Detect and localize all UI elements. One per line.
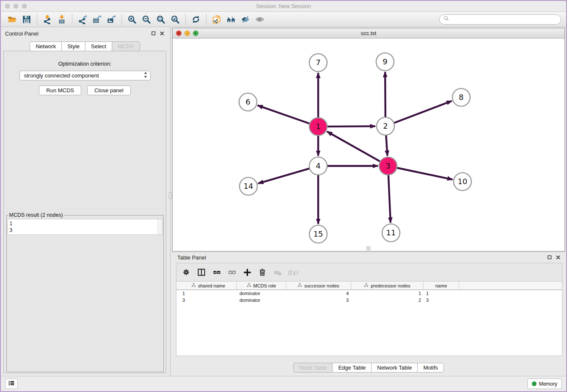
zoom-selected-icon[interactable] [168, 13, 182, 26]
edge-1-2[interactable] [328, 126, 375, 127]
table-cell[interactable]: 4 [286, 291, 351, 296]
column-header-name[interactable]: name [424, 282, 459, 290]
table-options-gear-icon[interactable] [180, 266, 193, 279]
network-window-titlebar[interactable]: ✕ − + scc.txt [173, 28, 564, 39]
search-input[interactable] [451, 17, 557, 22]
table-cell[interactable]: 1 [180, 291, 237, 296]
criterion-value: strongly connected component [24, 72, 143, 79]
tab-motifs[interactable]: Motifs [417, 363, 444, 373]
network-minimize-icon[interactable]: − [184, 30, 190, 36]
close-panel-icon[interactable] [160, 31, 165, 36]
toggle-graphics-details-icon[interactable] [238, 13, 253, 26]
node-label-8: 8 [459, 93, 463, 102]
table-panel-title: Table Panel [177, 254, 547, 261]
table-cell[interactable]: 2 [351, 298, 424, 303]
clone-network-icon[interactable] [209, 13, 224, 26]
optimization-criterion-label: Optimization criterion: [58, 61, 112, 67]
table-row[interactable]: 1dominator411 [176, 290, 562, 297]
node-label-2: 2 [383, 121, 388, 130]
float-table-panel-icon[interactable] [547, 255, 552, 260]
column-header-predecessor-nodes[interactable]: predecessor nodes [351, 282, 424, 290]
refresh-layout-icon[interactable] [189, 13, 203, 26]
column-header-shared-name[interactable]: shared name [180, 282, 237, 290]
zoom-out-icon[interactable] [139, 13, 154, 26]
column-header-successor-nodes[interactable]: successor nodes [286, 282, 351, 290]
search-box[interactable] [439, 14, 561, 25]
network-maximize-icon[interactable]: + [193, 30, 198, 36]
window-title: Session: New Session [1, 3, 566, 9]
show-columns-icon[interactable] [195, 266, 208, 279]
mcds-result-list[interactable]: 13 [8, 219, 162, 235]
close-panel-button[interactable]: Close panel [87, 86, 131, 95]
edge-3-10[interactable] [397, 168, 453, 180]
table-cell[interactable]: 3 [424, 298, 459, 303]
edge-2-9[interactable] [385, 72, 385, 117]
table-tabs: Node TableEdge TableNetwork TableMotifs [172, 363, 565, 373]
node-label-3: 3 [385, 161, 390, 170]
tab-node-table[interactable]: Node Table [293, 363, 333, 373]
zoom-window-icon[interactable] [22, 4, 27, 8]
result-scrollbar[interactable] [157, 219, 162, 235]
close-window-icon[interactable] [5, 4, 10, 8]
save-session-icon[interactable] [19, 13, 34, 26]
edge-4-14[interactable] [258, 168, 309, 183]
run-mcds-button[interactable]: Run MCDS [39, 86, 81, 95]
app-window: Session: New Session Control Panel Netwo… [0, 0, 567, 392]
table-cell[interactable]: 1 [351, 291, 424, 296]
canvas-resize-grip[interactable] [366, 246, 370, 250]
export-network-icon[interactable] [75, 13, 90, 26]
birdseye-view-icon[interactable] [253, 13, 267, 26]
edge-3-11[interactable] [388, 175, 391, 223]
mcds-result-node: 1 [10, 220, 160, 227]
open-session-icon[interactable] [5, 13, 19, 26]
table-cell[interactable]: dominator [237, 291, 286, 296]
memory-status-icon [532, 381, 537, 386]
table-cell[interactable]: 1 [424, 291, 459, 296]
task-history-button[interactable] [5, 378, 18, 389]
control-panel: Control Panel NetworkStyleSelectMCDS Opt… [1, 27, 169, 376]
import-table-icon[interactable] [55, 13, 69, 26]
table-cell[interactable]: dominator [237, 298, 286, 303]
table-cell[interactable]: 3 [180, 298, 237, 303]
zoom-fit-icon[interactable] [154, 13, 168, 26]
tab-network[interactable]: Network [30, 41, 61, 51]
network-overview-icon[interactable] [224, 13, 238, 26]
table-cell[interactable]: 3 [286, 298, 351, 303]
tab-network-table[interactable]: Network Table [371, 363, 417, 373]
table-row[interactable]: 3dominator323 [176, 297, 562, 304]
mcds-result-title: MCDS result (2 nodes) [8, 212, 64, 218]
add-column-icon[interactable] [241, 266, 253, 279]
criterion-select[interactable]: strongly connected component [19, 71, 151, 80]
edge-2-3[interactable] [386, 135, 387, 156]
main-area: Control Panel NetworkStyleSelectMCDS Opt… [1, 27, 566, 376]
network-close-icon[interactable]: ✕ [176, 30, 182, 36]
zoom-in-icon[interactable] [125, 13, 139, 26]
close-table-panel-icon[interactable] [556, 255, 561, 260]
tab-edge-table[interactable]: Edge Table [332, 363, 371, 373]
select-chevrons-icon [143, 71, 148, 80]
minimize-window-icon[interactable] [14, 4, 18, 8]
deselect-all-rows-icon[interactable] [226, 266, 238, 279]
control-panel-header: Control Panel [1, 29, 169, 38]
tab-style[interactable]: Style [61, 41, 85, 51]
select-all-rows-icon[interactable] [210, 266, 223, 279]
float-panel-icon[interactable] [151, 31, 156, 36]
delete-column-icon[interactable] [256, 266, 269, 279]
import-network-icon[interactable] [40, 13, 55, 26]
tab-select[interactable]: Select [85, 41, 112, 51]
edge-3-1[interactable] [327, 132, 380, 161]
edge-2-8[interactable] [394, 101, 452, 123]
toolbar-separator [72, 14, 72, 25]
main-toolbar [1, 12, 566, 27]
network-canvas[interactable]: 7968124314101511 [173, 39, 564, 251]
export-table-icon[interactable] [90, 13, 104, 26]
column-header-MCDS-role[interactable]: MCDS role [237, 282, 286, 290]
panel-splitter[interactable] [169, 27, 172, 376]
tab-mcds[interactable]: MCDS [112, 41, 140, 51]
edge-1-6[interactable] [258, 105, 310, 124]
memory-button[interactable]: Memory [527, 378, 562, 389]
splitter-grip[interactable] [169, 192, 172, 199]
export-image-icon[interactable] [104, 13, 118, 26]
node-label-11: 11 [386, 228, 396, 237]
node-label-6: 6 [245, 97, 250, 106]
